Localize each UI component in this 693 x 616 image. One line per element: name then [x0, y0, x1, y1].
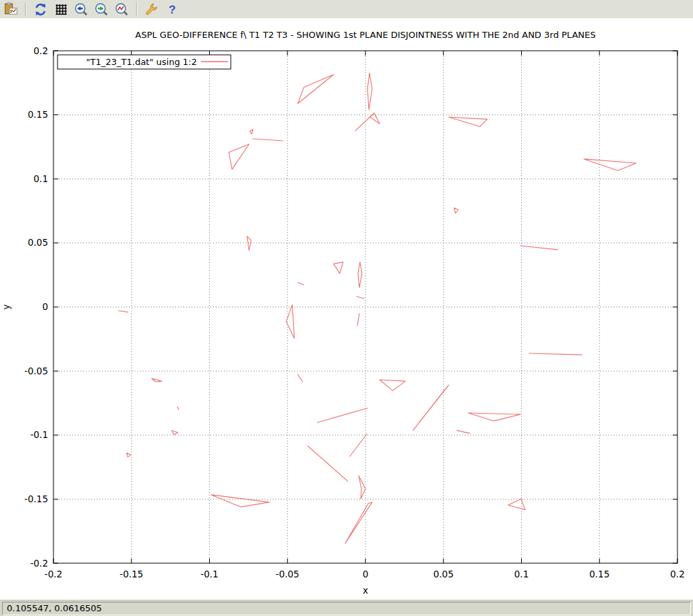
data-shape: [508, 499, 525, 510]
help-button[interactable]: ?: [163, 1, 181, 18]
data-shape: [345, 502, 372, 544]
data-shape: [229, 144, 249, 169]
data-shape: [358, 262, 362, 288]
data-shape: [317, 408, 367, 422]
zoom-next-icon: [94, 2, 109, 17]
toolbar: ?: [0, 0, 693, 18]
autoscale-icon: [114, 2, 129, 17]
data-shape: [350, 434, 367, 456]
data-shape: [355, 113, 380, 131]
data-shape: [298, 74, 334, 104]
data-shape: [454, 208, 458, 213]
y-tick-label: 0.2: [34, 45, 48, 56]
x-axis-label: x: [363, 585, 368, 596]
replot-button[interactable]: [32, 1, 49, 18]
toolbar-separator: [136, 3, 137, 16]
x-tick-label: 0.15: [589, 569, 610, 579]
copy-to-clipboard-button[interactable]: [2, 1, 20, 18]
plot-canvas[interactable]: -0.2-0.15-0.1-0.0500.050.10.150.2-0.2-0.…: [0, 18, 693, 600]
data-shape: [357, 296, 364, 299]
y-axis-label: y: [1, 305, 12, 310]
y-tick-label: -0.15: [24, 493, 48, 504]
x-tick-label: -0.2: [45, 569, 62, 579]
data-shape: [308, 446, 348, 481]
x-tick-label: -0.15: [120, 569, 143, 579]
data-shape: [357, 313, 359, 326]
question-mark-icon: ?: [164, 2, 179, 17]
data-shape: [127, 453, 131, 457]
y-tick-label: 0.15: [28, 109, 48, 120]
x-tick-label: -0.1: [200, 569, 218, 579]
legend-label: "T1_23_T1.dat" using 1:2: [86, 57, 197, 67]
status-bar: 0.105547, 0.0616505: [0, 600, 693, 616]
chart-title: ASPL GEO-DIFFERENCE f\ T1 T2 T3 - SHOWIN…: [135, 30, 596, 40]
x-tick-label: 0.05: [433, 569, 453, 579]
data-shape: [118, 311, 128, 312]
data-shape: [298, 374, 303, 382]
refresh-icon: [33, 2, 48, 17]
x-tick-label: 0.2: [670, 569, 684, 579]
data-shape: [449, 117, 487, 127]
zoom-previous-icon: [74, 2, 89, 17]
data-shape: [334, 262, 343, 273]
y-tick-label: 0.05: [28, 237, 48, 248]
y-tick-label: -0.05: [24, 366, 48, 376]
toolbar-separator: [25, 3, 26, 16]
data-shape: [298, 282, 304, 285]
y-tick-label: -0.2: [30, 558, 48, 569]
data-shape: [520, 246, 558, 250]
data-shape: [380, 380, 405, 391]
coordinate-readout: 0.105547, 0.0616505: [2, 602, 691, 615]
zoom-next-button[interactable]: [93, 1, 110, 18]
configure-button[interactable]: [143, 1, 160, 18]
data-shape: [177, 407, 179, 410]
data-shape: [247, 236, 251, 250]
zoom-previous-button[interactable]: [72, 1, 90, 18]
data-shape: [152, 378, 162, 382]
data-shape: [367, 73, 372, 110]
x-tick-label: -0.05: [275, 569, 299, 579]
data-shape: [252, 139, 283, 141]
data-shape: [468, 413, 520, 421]
x-tick-label: 0.1: [514, 569, 529, 579]
apply-autoscale-button[interactable]: [113, 1, 131, 18]
y-tick-label: 0.1: [34, 173, 48, 184]
y-tick-label: -0.1: [30, 429, 48, 440]
grid-icon: [53, 2, 68, 17]
data-shape: [584, 159, 636, 171]
y-tick-label: 0: [42, 301, 48, 312]
svg-text:?: ?: [169, 3, 175, 16]
clipboard-icon: [3, 2, 18, 17]
data-shape: [250, 129, 253, 134]
data-shape: [457, 431, 470, 433]
data-shape: [172, 431, 178, 435]
data-shape: [413, 385, 449, 431]
x-tick-label: 0: [363, 569, 369, 579]
data-shape: [359, 476, 365, 499]
wrench-icon: [144, 2, 159, 17]
data-shape: [211, 495, 269, 507]
data-shape: [529, 353, 582, 355]
plot-area: -0.2-0.15-0.1-0.0500.050.10.150.2-0.2-0.…: [0, 18, 693, 600]
toggle-grid-button[interactable]: [52, 1, 70, 18]
